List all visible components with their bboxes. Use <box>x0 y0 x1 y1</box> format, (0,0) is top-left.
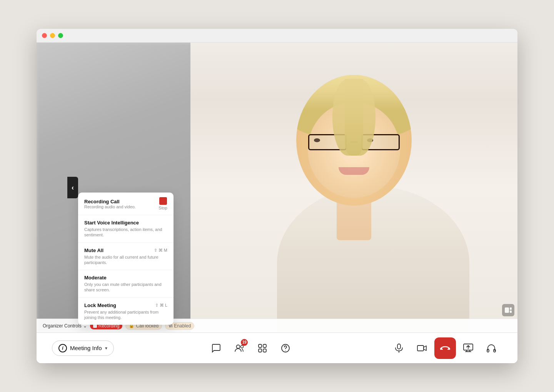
participants-count-badge: 19 <box>241 339 248 346</box>
fullscreen-button[interactable] <box>58 33 63 38</box>
minimize-button[interactable] <box>50 33 55 38</box>
start-voice-intelligence-item[interactable]: Start Voice Intelligence Captures transc… <box>78 215 174 243</box>
menu-item-desc-0: Captures transcriptions, action items, a… <box>84 227 167 238</box>
participants-button[interactable]: 19 <box>229 337 250 359</box>
video-layout-icon[interactable] <box>502 304 514 316</box>
recording-section: Recording Call Recording audio and video… <box>78 193 174 215</box>
apps-icon <box>258 344 267 352</box>
toolbar-center: 19 <box>205 337 296 359</box>
svg-rect-6 <box>263 344 266 347</box>
menu-item-desc-3: Prevent any additional participants from… <box>84 309 167 321</box>
chat-icon <box>212 344 221 353</box>
recording-desc: Recording audio and video. <box>84 204 136 209</box>
context-menu: Recording Call Recording audio and video… <box>78 193 174 325</box>
svg-point-10 <box>285 350 286 350</box>
menu-item-title-2: Moderate <box>84 275 107 281</box>
title-bar <box>37 29 517 43</box>
toolbar-right <box>388 337 502 359</box>
vi-status: Enabled <box>174 323 191 329</box>
video-person-area <box>190 43 517 332</box>
video-area: Recording Call Recording audio and video… <box>37 43 517 332</box>
bottom-toolbar: i Meeting Info ▾ <box>37 332 517 363</box>
end-call-button[interactable] <box>434 337 456 359</box>
info-icon: i <box>58 344 67 352</box>
svg-rect-5 <box>259 344 262 347</box>
headset-button[interactable] <box>481 337 502 359</box>
sidebar-toggle-button[interactable] <box>67 177 78 198</box>
svg-rect-1 <box>510 307 512 310</box>
menu-item-title-1: Mute All <box>84 247 103 253</box>
share-screen-button[interactable] <box>457 337 479 359</box>
mute-button[interactable] <box>388 337 410 359</box>
end-call-icon <box>440 345 451 351</box>
stop-recording-button[interactable]: Stop <box>159 197 167 210</box>
recording-title: Recording Call <box>84 199 136 204</box>
menu-item-title-0: Start Voice Intelligence <box>84 220 139 226</box>
svg-rect-0 <box>505 307 509 313</box>
headset-icon <box>487 344 496 353</box>
moderate-item[interactable]: Moderate Only you can mute other partici… <box>78 270 174 298</box>
lock-meeting-item[interactable]: Lock Meeting ⇧ ⌘ L Prevent any additiona… <box>78 298 174 325</box>
svg-rect-2 <box>510 311 512 313</box>
meeting-info-label: Meeting Info <box>70 345 102 351</box>
svg-rect-11 <box>397 344 400 349</box>
meeting-info-chevron: ▾ <box>105 345 107 351</box>
share-screen-icon <box>463 344 473 353</box>
toolbar-left: i Meeting Info ▾ <box>52 341 114 356</box>
recording-info: Recording Call Recording audio and video… <box>84 199 136 209</box>
apps-button[interactable] <box>252 337 273 359</box>
close-button[interactable] <box>42 33 47 38</box>
stop-label: Stop <box>159 206 167 210</box>
svg-rect-7 <box>259 349 262 352</box>
app-window: Recording Call Recording audio and video… <box>37 29 517 363</box>
help-icon <box>281 344 290 353</box>
organizer-controls-label: Organizer Controls <box>43 323 82 329</box>
menu-item-title-3: Lock Meeting <box>84 302 116 308</box>
menu-item-shortcut-1: ⇧ ⌘ M <box>154 248 167 253</box>
svg-rect-13 <box>417 345 424 351</box>
stop-icon <box>159 197 167 205</box>
chat-button[interactable] <box>205 337 227 359</box>
help-button[interactable] <box>275 337 296 359</box>
meeting-info-button[interactable]: i Meeting Info ▾ <box>52 341 114 356</box>
menu-item-shortcut-3: ⇧ ⌘ L <box>155 303 167 308</box>
camera-button[interactable] <box>411 337 433 359</box>
mute-all-item[interactable]: Mute All ⇧ ⌘ M Mute the audio for all cu… <box>78 243 174 271</box>
microphone-icon <box>395 344 403 353</box>
svg-point-3 <box>237 345 240 348</box>
svg-rect-8 <box>263 349 266 352</box>
menu-item-desc-1: Mute the audio for all current and futur… <box>84 254 167 266</box>
camera-icon <box>417 344 427 352</box>
menu-item-desc-2: Only you can mute other participants and… <box>84 282 167 293</box>
